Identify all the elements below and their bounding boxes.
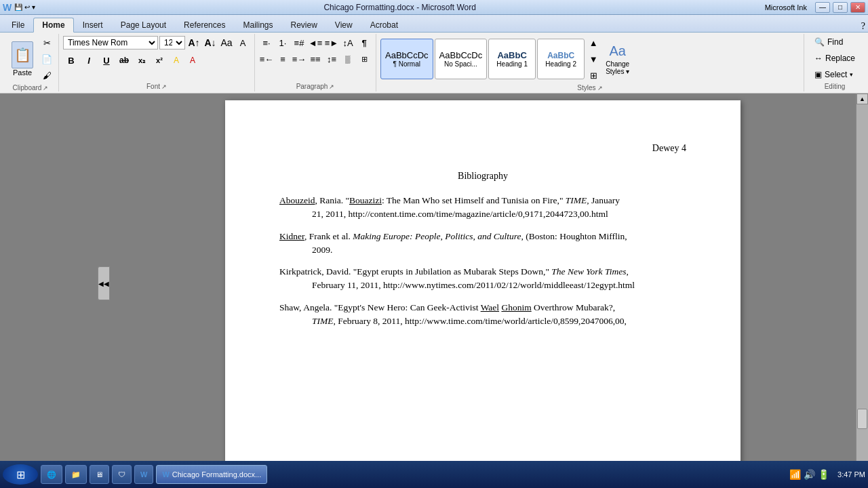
styles-scroll-up[interactable]: ▲ [586,35,601,50]
ie-icon: 🌐 [47,470,56,479]
change-styles-button[interactable]: Aa ChangeStyles ▾ [602,40,633,79]
paragraph-label: Paragraph ↗ [296,81,335,90]
bibliography-title: Bibliography [279,169,686,183]
paste-button[interactable]: 📋 Paste [7,38,38,80]
taskbar-explorer[interactable]: 📁 [65,465,87,484]
clear-format-button[interactable]: A [235,35,250,50]
align-right-button[interactable]: ≡→ [292,52,307,66]
show-hide-button[interactable]: ¶ [357,35,372,50]
text-highlight-button[interactable]: A [169,53,184,68]
tab-home[interactable]: Home [33,18,73,33]
bullets-button[interactable]: ≡· [259,35,274,50]
change-case-button[interactable]: Aa [219,35,234,50]
styles-more[interactable]: ⊞ [586,68,601,83]
tab-mailings[interactable]: Mailings [234,18,281,32]
taskbar-word-document[interactable]: W Chicago Formatting.docx... [156,465,267,484]
numbering-button[interactable]: 1· [275,35,290,50]
italic-button[interactable]: I [81,53,97,68]
style-no-spacing[interactable]: AaBbCcDc No Spaci... [435,39,488,79]
font-size-select[interactable]: 12 [159,36,185,49]
grow-font-button[interactable]: A↑ [186,35,201,50]
maximize-button[interactable]: □ [833,2,848,13]
line-spacing-button[interactable]: ↕≡ [324,52,339,66]
strikethrough-button[interactable]: ab [116,53,132,68]
tab-acrobat[interactable]: Acrobat [361,18,407,32]
paragraph-expand-icon[interactable]: ↗ [329,83,334,90]
style-normal[interactable]: AaBbCcDc ¶ Normal [380,39,433,79]
title-bar: W 💾 ↩ ▾ Chicago Formatting.docx - Micros… [0,0,868,15]
paragraph-content: ≡· 1· ≡# ◄≡ ≡► ↕A ¶ ≡← ≡ ≡→ ≡≡ ↕≡ ▒ ⊞ [259,35,372,81]
start-button[interactable]: ⊞ [3,464,38,485]
align-center-button[interactable]: ≡ [275,52,290,66]
page-header: Dewey 4 [279,141,686,155]
system-tray: 📶 🔊 🔋 [785,469,833,481]
taskbar-doc-icon: W [162,470,169,479]
font-top-row: Times New Rom 12 A↑ A↓ Aa A [63,35,250,50]
style-heading1[interactable]: AaBbC Heading 1 [488,39,536,79]
increase-indent-button[interactable]: ≡► [324,35,339,50]
styles-scroll-down[interactable]: ▼ [586,52,601,66]
select-chevron: ▾ [850,71,853,78]
font-expand-icon[interactable]: ↗ [161,83,167,90]
document-area[interactable]: Dewey 4 Bibliography Abouzeid, Rania. "B… [110,94,856,473]
bib-entry-3: Kirkpatrick, David. "Egypt erupts in Jub… [279,265,686,293]
tab-view[interactable]: View [326,18,361,32]
sort-button[interactable]: ↕A [340,35,355,50]
sidebar-collapse-arrow[interactable]: ◀◀ [98,266,110,300]
ribbon-help-icon[interactable]: ? [861,21,865,32]
decrease-indent-button[interactable]: ◄≡ [308,35,323,50]
tab-insert[interactable]: Insert [74,18,112,32]
bib-entry-2-cont: 2009. [279,243,686,257]
font-color-button[interactable]: A [185,53,200,68]
tab-file[interactable]: File [3,18,33,32]
close-button[interactable]: ✕ [850,2,865,13]
format-painter-button[interactable]: 🖌 [39,68,54,83]
copy-button[interactable]: 📄 [39,52,54,66]
bib-entry-3-first: Kirkpatrick, David. "Egypt erupts in Jub… [279,265,686,279]
multilevel-list-button[interactable]: ≡# [292,35,307,50]
taskbar-security[interactable]: 🛡 [112,465,132,484]
taskbar: ⊞ 🌐 📁 🖥 🛡 W W Chicago Formatting.docx...… [0,461,868,488]
ghonim-underline: Ghonim [501,302,531,312]
clipboard-expand-icon[interactable]: ↗ [43,85,48,92]
taskbar-word-icon: W [140,470,147,479]
cut-button[interactable]: ✂ [39,35,54,50]
borders-button[interactable]: ⊞ [357,52,372,66]
para-bottom-row: ≡← ≡ ≡→ ≡≡ ↕≡ ▒ ⊞ [259,52,372,66]
style-heading2[interactable]: AaBbC Heading 2 [537,39,585,79]
scroll-track[interactable] [856,104,868,462]
align-left-button[interactable]: ≡← [259,52,274,66]
security-icon: 🛡 [118,470,125,479]
clipboard-small-buttons: ✂ 📄 🖌 [39,35,54,83]
tab-references[interactable]: References [175,18,234,32]
change-styles-label: ChangeStyles ▾ [606,60,629,75]
window-title: Chicago Formatting.docx - Microsoft Word [323,3,476,12]
minimize-button[interactable]: — [815,2,830,13]
font-family-select[interactable]: Times New Rom [63,36,158,49]
shrink-font-button[interactable]: A↓ [203,35,218,50]
bold-button[interactable]: B [63,53,79,68]
find-button[interactable]: 🔍 Find [808,35,849,49]
select-button[interactable]: ▣ Select ▾ [808,68,859,81]
bib-entry-1-cont: 21, 2011, http://content.time.com/time/m… [279,207,686,221]
tab-review[interactable]: Review [281,18,326,32]
taskbar-ie[interactable]: 🌐 [41,465,62,484]
taskbar-media[interactable]: 🖥 [90,465,109,484]
shading-button[interactable]: ▒ [340,52,355,66]
justify-button[interactable]: ≡≡ [308,52,323,66]
kidner-underline: Kidner [279,231,304,241]
time-italic-1: TIME, [566,195,589,205]
superscript-button[interactable]: x² [151,53,167,68]
subscript-button[interactable]: x₂ [134,53,150,68]
scroll-up-button[interactable]: ▲ [856,94,868,104]
taskbar-word-app[interactable]: W [134,465,153,484]
scroll-thumb[interactable] [857,409,867,429]
editing-group: 🔍 Find ↔ Replace ▣ Select ▾ Editing [804,34,865,92]
editing-label: Editing [825,81,846,90]
styles-expand-icon[interactable]: ↗ [597,85,603,92]
underline-button[interactable]: U [98,53,115,68]
document-page[interactable]: Dewey 4 Bibliography Abouzeid, Rania. "B… [225,100,741,473]
select-icon: ▣ [814,70,822,79]
replace-button[interactable]: ↔ Replace [808,52,861,65]
tab-page-layout[interactable]: Page Layout [112,18,175,32]
